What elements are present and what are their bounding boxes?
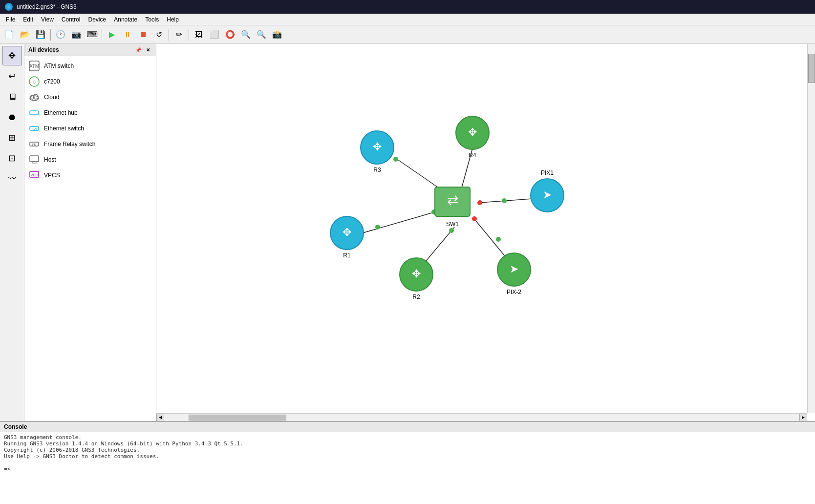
- device-item-cloud[interactable]: Cloud: [24, 89, 156, 105]
- toolbar-btn-save[interactable]: 💾: [33, 27, 48, 42]
- svg-text:⇄: ⇄: [447, 192, 458, 208]
- toolbar-btn-zoom-out[interactable]: 🔍: [254, 27, 269, 42]
- menu-item-tools[interactable]: Tools: [141, 15, 163, 24]
- svg-point-30: [502, 198, 507, 203]
- svg-text:✥: ✥: [343, 226, 351, 238]
- device-PIX2[interactable]: ➤ PIX-2: [497, 253, 531, 295]
- select-tool[interactable]: ✥: [2, 46, 22, 65]
- svg-text:➤: ➤: [543, 189, 552, 201]
- svg-text:ATM: ATM: [29, 63, 39, 69]
- device-R2[interactable]: ✥ R2: [400, 258, 433, 300]
- svg-point-32: [472, 216, 477, 221]
- device-label: Frame Relay switch: [44, 141, 95, 147]
- svg-text:✥: ✥: [468, 126, 477, 138]
- device-label: Ethernet hub: [44, 109, 78, 116]
- svg-text:PIX1: PIX1: [541, 169, 554, 176]
- toolbar-btn-terminal[interactable]: ⌨: [85, 27, 99, 42]
- toolbar-btn-pause[interactable]: ⏸: [120, 27, 135, 42]
- svg-point-17: [375, 225, 380, 230]
- device-item-vpcs[interactable]: VPCVPCS: [24, 168, 156, 183]
- svg-rect-12: [30, 156, 39, 162]
- svg-text:✥: ✥: [412, 268, 421, 280]
- device-icon-hub: [28, 107, 40, 119]
- device-PIX1[interactable]: ➤ PIX1: [531, 169, 564, 212]
- toolbar: 📄📂💾🕐📷⌨▶⏸⏹↺✏🖼⬜⭕🔍🔍📸: [0, 25, 815, 44]
- menu-item-control[interactable]: Control: [58, 15, 85, 24]
- menu-item-help[interactable]: Help: [163, 15, 183, 24]
- svg-point-21: [449, 228, 454, 233]
- toolbar-btn-stop[interactable]: ⏹: [136, 27, 150, 42]
- device-SW1[interactable]: ⇄ SW1: [435, 187, 470, 228]
- menu-item-file[interactable]: File: [2, 15, 19, 24]
- svg-rect-7: [30, 111, 39, 115]
- svg-point-33: [496, 237, 501, 242]
- device-item-atm-switch[interactable]: ATMATM switch: [24, 58, 156, 74]
- device-item-frame-relay-switch[interactable]: FRFrame Relay switch: [24, 136, 156, 152]
- console-output[interactable]: GNS3 management console. Running GNS3 ve…: [0, 432, 815, 504]
- toolbar-btn-open[interactable]: 📂: [18, 27, 32, 42]
- device-icon-switch: SW: [28, 123, 40, 134]
- device-item-ethernet-switch[interactable]: SWEthernet switch: [24, 121, 156, 136]
- toolbar-separator-6: [102, 29, 102, 41]
- device-item-host[interactable]: Host: [24, 152, 156, 168]
- svg-line-31: [473, 217, 507, 259]
- toolbar-btn-undo[interactable]: ↺: [151, 27, 166, 42]
- svg-rect-13: [32, 162, 36, 163]
- move-tool[interactable]: ↩: [2, 66, 22, 86]
- work-area: ✥↩🖥⏺⊞⊡〰 All devices 📌 ✕ ATMATM switchCc7…: [0, 44, 815, 421]
- desktop-tool[interactable]: 🖥: [2, 87, 22, 106]
- scrollbar-horizontal[interactable]: ◀ ▶: [156, 413, 807, 421]
- panel-pin-btn[interactable]: 📌: [134, 46, 142, 54]
- svg-text:R1: R1: [343, 252, 351, 259]
- device-label: VPCS: [44, 172, 60, 179]
- svg-text:✥: ✥: [373, 141, 382, 153]
- toolbar-btn-add-note[interactable]: ✏: [172, 27, 186, 42]
- toolbar-btn-new[interactable]: 📄: [2, 27, 17, 42]
- toolbar-btn-screenshot[interactable]: 📸: [270, 27, 284, 42]
- menu-item-annotate[interactable]: Annotate: [110, 15, 141, 24]
- device-panel-header: All devices 📌 ✕: [24, 44, 156, 56]
- svg-text:R3: R3: [373, 167, 381, 173]
- canvas-area[interactable]: ✥ R1 ✥ R2 ✥ R3 ✥: [156, 44, 815, 421]
- console-area: Console GNS3 management console. Running…: [0, 421, 815, 504]
- grid-tool[interactable]: ⊡: [2, 148, 22, 168]
- scroll-right-arrow[interactable]: ▶: [799, 414, 807, 421]
- svg-text:➤: ➤: [510, 263, 518, 275]
- toolbar-btn-add-rect[interactable]: ⬜: [207, 27, 222, 42]
- toolbar-separator-10: [169, 29, 169, 41]
- toolbar-btn-zoom-in[interactable]: 🔍: [238, 27, 253, 42]
- device-icon-router: C: [28, 76, 40, 87]
- device-icon-vpcs: VPC: [28, 169, 40, 181]
- svg-text:SW1: SW1: [446, 221, 459, 228]
- svg-text:SW: SW: [31, 127, 37, 131]
- scroll-left-arrow[interactable]: ◀: [156, 414, 164, 421]
- titlebar: untitled2.gns3* - GNS3: [0, 0, 815, 14]
- snake-tool[interactable]: 〰: [2, 169, 22, 189]
- console-tool[interactable]: ⏺: [2, 107, 22, 127]
- scrollbar-vertical[interactable]: [807, 44, 815, 413]
- device-R4[interactable]: ✥ R4: [456, 116, 489, 159]
- device-item-ethernet-hub[interactable]: Ethernet hub: [24, 105, 156, 121]
- device-item-c7200[interactable]: Cc7200: [24, 74, 156, 89]
- scroll-thumb-horizontal[interactable]: [189, 415, 286, 420]
- scroll-track-horizontal: [164, 414, 799, 421]
- svg-point-23: [393, 157, 398, 162]
- panel-close-btn[interactable]: ✕: [144, 46, 152, 54]
- device-panel: All devices 📌 ✕ ATMATM switchCc7200Cloud…: [24, 44, 156, 421]
- connection-tool[interactable]: ⊞: [2, 128, 22, 147]
- network-canvas: ✥ R1 ✥ R2 ✥ R3 ✥: [156, 44, 815, 421]
- toolbar-btn-add-image[interactable]: 🖼: [192, 27, 206, 42]
- toolbar-btn-snapshot[interactable]: 📷: [69, 27, 84, 42]
- device-R3[interactable]: ✥ R3: [361, 131, 394, 173]
- main-layout: ✥↩🖥⏺⊞⊡〰 All devices 📌 ✕ ATMATM switchCc7…: [0, 44, 815, 504]
- svg-text:VPC: VPC: [31, 173, 38, 177]
- device-R1[interactable]: ✥ R1: [330, 216, 364, 259]
- toolbar-btn-add-ellipse[interactable]: ⭕: [223, 27, 237, 42]
- toolbar-btn-history[interactable]: 🕐: [53, 27, 68, 42]
- menu-item-view[interactable]: View: [37, 15, 58, 24]
- scroll-thumb-vertical[interactable]: [808, 54, 815, 83]
- menu-item-edit[interactable]: Edit: [19, 15, 37, 24]
- device-label: ATM switch: [44, 63, 74, 69]
- toolbar-btn-start[interactable]: ▶: [105, 27, 119, 42]
- menu-item-device[interactable]: Device: [85, 15, 110, 24]
